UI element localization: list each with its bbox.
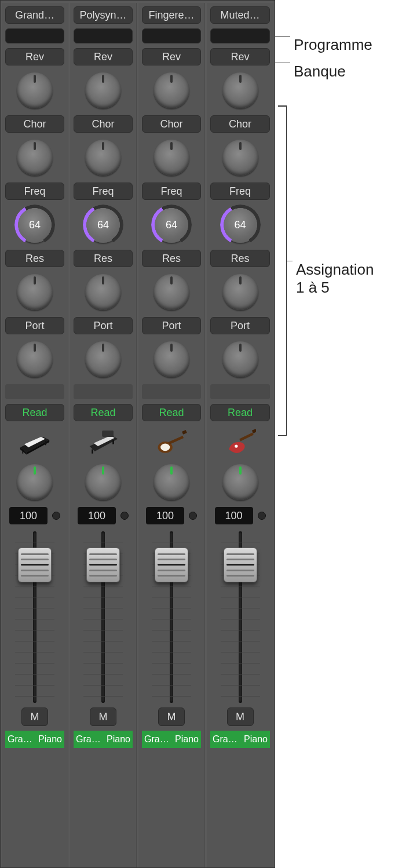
spacer [142,384,201,399]
svg-point-17 [235,444,237,447]
mute-button[interactable]: M [158,707,185,726]
fader-cap[interactable] [224,548,257,582]
mute-button[interactable]: M [227,707,254,726]
slot3-label[interactable]: Freq [142,183,201,200]
svg-point-12 [160,444,170,451]
slot3-knob[interactable]: 64 [17,207,53,243]
slot5-knob[interactable] [154,341,189,377]
volume-fader[interactable] [74,529,133,703]
pan-knob[interactable] [154,464,189,500]
slot2-knob[interactable] [85,140,121,176]
annotation-bank: Banque [290,63,346,81]
slot5-knob[interactable] [17,341,53,377]
volume-fader[interactable] [210,529,270,703]
channel-strip: Polysyn… Rev Chor Freq 64 Res Port Read … [70,3,137,867]
bank-selector[interactable] [142,28,201,43]
svg-rect-4 [22,450,23,454]
slot2-knob[interactable] [17,140,53,176]
pan-knob[interactable] [85,464,121,500]
fader-cap[interactable] [86,548,120,582]
slot1-label[interactable]: Rev [210,48,270,65]
spacer [5,384,64,399]
slot2-label[interactable]: Chor [74,115,133,133]
svg-marker-0 [20,437,49,453]
bank-selector[interactable] [5,28,64,43]
volume-readout: 100 [78,507,116,524]
mute-button[interactable]: M [21,707,48,726]
peak-indicator[interactable] [52,512,60,520]
slot5-knob[interactable] [222,341,258,377]
slot3-label[interactable]: Freq [74,183,133,200]
slot2-knob[interactable] [154,140,189,176]
slot4-label[interactable]: Res [74,250,133,267]
svg-rect-9 [112,440,114,444]
slot1-knob[interactable] [85,72,121,108]
slot3-label[interactable]: Freq [5,183,64,200]
slot4-label[interactable]: Res [142,250,201,267]
spacer [210,384,270,399]
slot1-knob[interactable] [154,72,189,108]
pan-knob[interactable] [17,464,53,500]
program-selector[interactable]: Polysyn… [74,6,133,24]
slot2-knob[interactable] [222,140,258,176]
slot1-label[interactable]: Rev [142,48,201,65]
slot5-label[interactable]: Port [5,317,64,334]
automation-mode[interactable]: Read [142,404,201,421]
program-selector[interactable]: Fingere… [142,6,201,24]
slot1-knob[interactable] [222,72,258,108]
slot5-label[interactable]: Port [210,317,270,334]
fader-cap[interactable] [155,548,188,582]
bass-icon [154,426,189,457]
bank-selector[interactable] [210,28,270,43]
channel-strip: Fingere… Rev Chor Freq 64 Res Port Read … [138,3,205,867]
slot1-label[interactable]: Rev [5,48,64,65]
channel-strip: Muted… Rev Chor Freq 64 Res Port Read 10… [207,3,273,867]
slot4-knob[interactable] [85,274,121,310]
automation-mode[interactable]: Read [74,404,133,421]
svg-rect-5 [45,441,46,445]
slot5-label[interactable]: Port [74,317,133,334]
annotation-panel: Programme Banque Assignation 1 à 5 [275,0,402,868]
slot1-label[interactable]: Rev [74,48,133,65]
piano-icon [17,426,52,457]
peak-indicator[interactable] [258,512,266,520]
slot3-knob[interactable]: 64 [222,207,258,243]
volume-fader[interactable] [5,529,64,703]
slot5-knob[interactable] [85,341,121,377]
track-name[interactable]: Gra…Piano [142,731,201,748]
slot4-label[interactable]: Res [210,250,270,267]
spacer [74,384,133,399]
svg-rect-10 [102,431,114,437]
slot3-label[interactable]: Freq [210,183,270,200]
track-name[interactable]: Gra…Piano [74,731,133,748]
slot3-knob[interactable]: 64 [154,207,189,243]
slot4-knob[interactable] [154,274,189,310]
svg-rect-13 [169,436,184,444]
slot5-label[interactable]: Port [142,317,201,334]
peak-indicator[interactable] [120,512,129,520]
peak-indicator[interactable] [189,512,197,520]
program-selector[interactable]: Muted… [210,6,270,24]
slot1-knob[interactable] [17,72,53,108]
track-name[interactable]: Gra…Piano [210,731,270,748]
slot2-label[interactable]: Chor [5,115,64,133]
automation-mode[interactable]: Read [5,404,64,421]
volume-fader[interactable] [142,529,201,703]
slot2-label[interactable]: Chor [142,115,201,133]
pan-knob[interactable] [222,464,258,500]
svg-rect-8 [92,450,93,454]
bank-selector[interactable] [74,28,133,43]
slot4-label[interactable]: Res [5,250,64,267]
fader-cap[interactable] [18,548,52,582]
track-name[interactable]: Gra…Piano [5,731,64,748]
program-selector[interactable]: Grand… [5,6,64,24]
slot4-knob[interactable] [222,274,258,310]
annotation-assign: Assignation 1 à 5 [293,261,374,297]
mute-button[interactable]: M [90,707,116,726]
slot4-knob[interactable] [17,274,53,310]
svg-rect-15 [239,432,254,441]
slot3-knob[interactable]: 64 [85,207,121,243]
volume-readout: 100 [146,507,184,524]
slot2-label[interactable]: Chor [210,115,270,133]
automation-mode[interactable]: Read [210,404,270,421]
